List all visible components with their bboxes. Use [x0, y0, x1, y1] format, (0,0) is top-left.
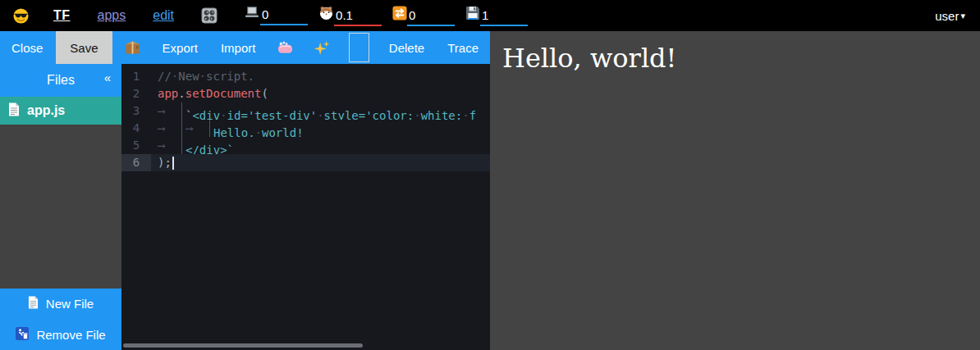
- file-actions: New File Remove File: [0, 289, 121, 350]
- user-menu-button[interactable]: user ▾: [935, 9, 965, 23]
- code-token: ⟶: [158, 137, 182, 154]
- code-token: ⟶: [185, 120, 210, 137]
- workspace: Files « app.js: [0, 64, 490, 350]
- code-line-text: );: [151, 154, 174, 171]
- code-line-text: ⟶</div>`: [151, 137, 234, 154]
- code-line[interactable]: 4⟶⟶Hello,·world!: [121, 120, 490, 137]
- scrollbar-thumb[interactable]: [123, 343, 363, 348]
- text-cursor: [172, 157, 174, 170]
- sidebar-empty-space: [0, 125, 121, 289]
- code-token: ⟶: [158, 102, 182, 120]
- hamster-meter: 0.1: [318, 5, 382, 26]
- laptop-meter: 0: [244, 6, 308, 25]
- code-line-text: ⟶⟶Hello,·world!: [151, 120, 304, 137]
- code-token: style='color:: [324, 109, 414, 120]
- package-icon[interactable]: [114, 31, 151, 64]
- soap-icon[interactable]: [267, 31, 304, 64]
- code-token: <div: [192, 109, 220, 120]
- hamster-icon: [318, 5, 334, 26]
- new-file-page-icon: [28, 296, 39, 311]
- control-knobs-icon[interactable]: [201, 7, 218, 24]
- code-token: setDocument: [185, 87, 262, 100]
- code-token: ·: [462, 109, 469, 120]
- page-icon: [8, 102, 20, 120]
- topbar: TF apps edit 0 0.1 0 1: [0, 0, 980, 31]
- files-header-label: Files: [47, 73, 75, 88]
- code-token: ·: [220, 109, 227, 120]
- sunglasses-face-icon[interactable]: [13, 8, 29, 24]
- remove-file-button[interactable]: Remove File: [0, 320, 121, 350]
- close-button[interactable]: Close: [0, 31, 54, 64]
- floppy-meter: 1: [465, 6, 528, 26]
- code-token: script.: [206, 70, 254, 83]
- code-line[interactable]: 1//·New·script.: [121, 68, 490, 85]
- trace-button[interactable]: Trace: [436, 31, 490, 64]
- export-button[interactable]: Export: [151, 31, 209, 64]
- status-meters: 0 0.1 0 1: [244, 5, 528, 26]
- put-litter-icon: [16, 327, 29, 343]
- floppy-meter-value: 1: [480, 9, 528, 26]
- code-token: id='test-div': [227, 109, 318, 120]
- import-button[interactable]: Import: [209, 31, 268, 64]
- code-token: ·: [199, 70, 206, 83]
- code-line[interactable]: 5⟶</div>`: [121, 137, 490, 154]
- code-token: //: [158, 70, 172, 83]
- file-item-label: app.js: [27, 103, 65, 118]
- preview-panel: Hello, world!: [490, 31, 980, 350]
- line-number: 3: [121, 102, 151, 120]
- line-number: 4: [121, 120, 151, 137]
- editor-pane: Close Save Export Import Delete Trace: [0, 31, 490, 350]
- new-file-label: New File: [46, 297, 94, 311]
- code-token: ⟶: [158, 120, 182, 137]
- sparkles-icon[interactable]: [304, 31, 341, 64]
- code-token: ·: [414, 109, 420, 120]
- repeat-icon: [392, 6, 407, 26]
- save-button[interactable]: Save: [56, 31, 112, 64]
- code-line-text: //·New·script.: [151, 68, 254, 85]
- collapse-sidebar-button[interactable]: «: [104, 70, 111, 84]
- code-token: Hello,: [213, 126, 255, 137]
- code-token: white;: [421, 109, 463, 120]
- app-window: TF apps edit 0 0.1 0 1: [0, 0, 980, 350]
- code-token: );: [158, 156, 172, 169]
- editor-toolbar: Close Save Export Import Delete Trace: [0, 31, 490, 64]
- main-area: Close Save Export Import Delete Trace: [0, 31, 980, 350]
- code-token: world!: [262, 126, 304, 137]
- code-token: (: [261, 87, 268, 100]
- code-line[interactable]: 3⟶`<div·id='test-div'·style='color:·whit…: [121, 102, 490, 120]
- code-editor[interactable]: 1//·New·script.2app.setDocument(3⟶`<div·…: [121, 64, 490, 350]
- code-lines: 1//·New·script.2app.setDocument(3⟶`<div·…: [121, 68, 490, 171]
- code-token: ·: [317, 109, 323, 120]
- code-token: .: [178, 87, 185, 100]
- line-number: 1: [121, 68, 151, 85]
- code-token: New: [178, 70, 199, 83]
- line-number: 5: [121, 137, 151, 154]
- horizontal-scrollbar[interactable]: [123, 343, 488, 348]
- hamster-meter-value: 0.1: [334, 9, 382, 26]
- nav-link-edit[interactable]: edit: [153, 8, 174, 23]
- code-line-text: app.setDocument(: [151, 85, 268, 102]
- code-token: f: [469, 109, 476, 120]
- topbar-nav: TF apps edit: [53, 8, 174, 23]
- laptop-meter-value: 0: [260, 8, 308, 25]
- empty-box-button[interactable]: [349, 33, 369, 62]
- laptop-icon: [244, 6, 260, 25]
- nav-link-apps[interactable]: apps: [98, 8, 126, 23]
- caret-down-icon: ▾: [960, 11, 965, 21]
- remove-file-label: Remove File: [36, 328, 105, 342]
- file-item-appjs[interactable]: app.js: [0, 97, 121, 125]
- code-line[interactable]: 2app.setDocument(: [121, 85, 490, 102]
- new-file-button[interactable]: New File: [0, 289, 121, 320]
- code-line[interactable]: 6);: [121, 154, 490, 171]
- user-menu-label: user: [935, 9, 959, 23]
- files-sidebar: Files « app.js: [0, 64, 121, 350]
- floppy-icon: [465, 6, 480, 26]
- delete-button[interactable]: Delete: [378, 31, 436, 64]
- files-header: Files «: [0, 64, 121, 97]
- repeat-meter: 0: [392, 6, 455, 26]
- nav-link-tf[interactable]: TF: [53, 8, 71, 23]
- code-token: </div>`: [185, 143, 234, 154]
- line-number: 2: [121, 85, 151, 102]
- repeat-meter-value: 0: [407, 9, 455, 26]
- preview-hello-text: Hello, world!: [502, 43, 980, 74]
